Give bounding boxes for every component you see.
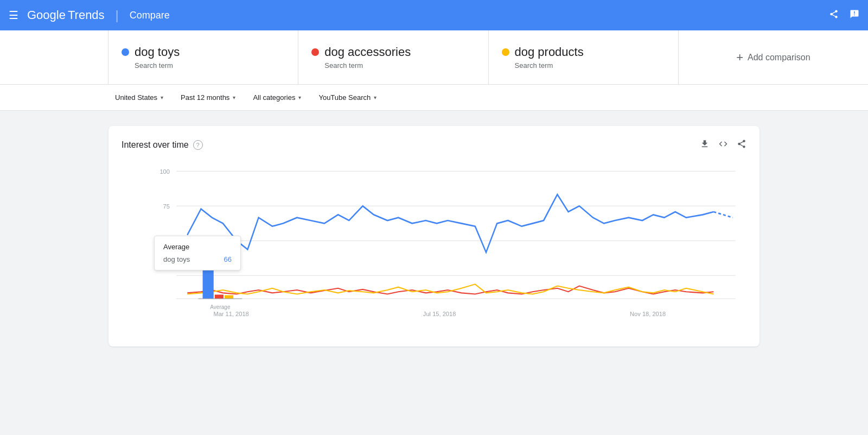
chart-title-area: Interest over time ? <box>122 140 203 150</box>
location-filter[interactable]: United States ▾ <box>108 89 170 106</box>
svg-text:Mar 11, 2018: Mar 11, 2018 <box>213 311 248 317</box>
chart-share-icon[interactable] <box>737 139 746 151</box>
term-type-3: Search term <box>502 61 665 70</box>
left-spacer <box>0 30 108 84</box>
location-chevron: ▾ <box>161 94 163 100</box>
chart-actions <box>700 139 746 151</box>
svg-text:Jul 15, 2018: Jul 15, 2018 <box>423 311 456 317</box>
svg-text:Nov 18, 2018: Nov 18, 2018 <box>630 311 666 317</box>
share-icon[interactable] <box>829 9 839 22</box>
header: ☰ Google Trends | Compare <box>0 0 868 30</box>
search-term-name-3: dog products <box>502 45 665 59</box>
logo-google: Google <box>27 8 66 22</box>
svg-line-7 <box>713 212 732 218</box>
search-term-dog-accessories[interactable]: dog accessories Search term <box>298 30 488 84</box>
svg-rect-9 <box>215 295 224 299</box>
filters-bar: United States ▾ Past 12 months ▾ All cat… <box>0 85 868 111</box>
header-divider: | <box>116 8 119 23</box>
search-term-name-1: dog toys <box>122 45 285 59</box>
chart-tooltip: Average dog toys 66 <box>154 236 241 270</box>
svg-text:75: 75 <box>163 203 170 209</box>
tooltip-value: 66 <box>224 255 232 263</box>
search-term-dog-toys[interactable]: dog toys Search term <box>108 30 298 84</box>
svg-text:100: 100 <box>159 168 170 174</box>
dot-yellow-3 <box>502 48 509 56</box>
download-icon[interactable] <box>700 139 710 151</box>
add-comparison-label: Add comparison <box>748 53 810 62</box>
search-term-dog-products[interactable]: dog products Search term <box>489 30 679 84</box>
chart-title: Interest over time <box>122 140 189 150</box>
logo-trends: Trends <box>68 8 105 22</box>
tooltip-term: dog toys <box>163 255 190 263</box>
header-actions <box>829 9 859 22</box>
interest-over-time-card: Interest over time ? <box>108 126 760 346</box>
search-term-name-2: dog accessories <box>311 45 475 59</box>
category-label: All categories <box>253 93 295 102</box>
add-icon: + <box>736 51 743 65</box>
location-label: United States <box>115 93 157 102</box>
search-type-label: YouTube Search <box>318 93 371 102</box>
feedback-icon[interactable] <box>850 9 859 22</box>
chart-header: Interest over time ? <box>122 139 746 151</box>
main-content: Interest over time ? <box>0 111 868 357</box>
dot-blue-1 <box>122 48 129 56</box>
time-chevron: ▾ <box>233 94 235 100</box>
time-label: Past 12 months <box>181 93 229 102</box>
chart-area: 100 75 Average <box>122 160 746 333</box>
category-chevron: ▾ <box>298 94 301 100</box>
term-label-1: dog toys <box>135 45 180 59</box>
svg-text:Average: Average <box>210 304 231 310</box>
menu-icon[interactable]: ☰ <box>9 9 18 22</box>
term-type-2: Search term <box>311 61 475 70</box>
term-type-1: Search term <box>122 61 285 70</box>
embed-icon[interactable] <box>718 139 728 151</box>
tooltip-row: dog toys 66 <box>163 255 232 263</box>
tooltip-title: Average <box>163 243 232 251</box>
dot-red-2 <box>311 48 319 56</box>
app-logo: Google Trends <box>27 8 105 22</box>
header-compare-label: Compare <box>130 10 170 21</box>
term-label-2: dog accessories <box>324 45 411 59</box>
search-terms-bar: dog toys Search term dog accessories Sea… <box>0 30 868 85</box>
help-icon[interactable]: ? <box>193 140 203 150</box>
time-filter[interactable]: Past 12 months ▾ <box>174 89 242 106</box>
term-label-3: dog products <box>515 45 584 59</box>
search-type-filter[interactable]: YouTube Search ▾ <box>312 89 383 106</box>
add-comparison-button[interactable]: + Add comparison <box>679 30 868 84</box>
svg-rect-10 <box>225 295 233 299</box>
search-type-chevron: ▾ <box>374 94 376 100</box>
category-filter[interactable]: All categories ▾ <box>246 89 308 106</box>
